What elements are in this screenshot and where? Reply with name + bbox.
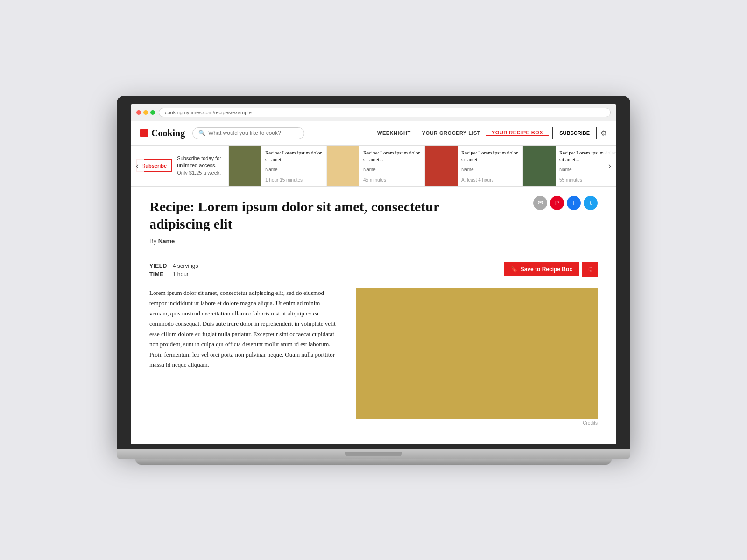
browser-dots	[136, 110, 155, 115]
carousel-item-author-2: Name	[363, 167, 421, 172]
search-icon: 🔍	[198, 130, 205, 137]
share-facebook-button[interactable]: f	[567, 196, 581, 210]
share-pinterest-button[interactable]: P	[550, 196, 564, 210]
byline-prefix: By	[149, 238, 156, 245]
bookmark-icon: 🔖	[511, 266, 518, 273]
carousel-item-image-2	[327, 146, 359, 186]
image-credits: Credits	[356, 420, 598, 426]
recipe-actions: 🔖 Save to Recipe Box 🖨	[504, 262, 598, 277]
save-button-label: Save to Recipe Box	[521, 266, 572, 273]
carousel-item-title-3: Recipe: Lorem ipsum dolor sit amet	[461, 149, 519, 163]
subscribe-promo: Subscribe Subscribe today for unlimited …	[131, 146, 229, 186]
promo-sub-text: Only $1.25 a week.	[177, 169, 223, 176]
carousel-item-author-3: Name	[461, 167, 519, 172]
logo[interactable]: Cooking	[140, 128, 185, 139]
yield-value: 4 servings	[173, 262, 204, 270]
promo-main-text: Subscribe today for unlimited access.	[177, 155, 223, 169]
recipe-carousel: ‹ Subscribe Subscribe today for unlimite…	[131, 146, 616, 187]
minimize-dot[interactable]	[143, 110, 148, 115]
nav-grocery-list[interactable]: YOUR GROCERY LIST	[416, 130, 486, 136]
carousel-item-image-1	[229, 146, 261, 186]
laptop-body: cooking.nytimes.com/recipes/example Cook…	[117, 96, 630, 449]
carousel-item-info-3: Recipe: Lorem ipsum dolor sit amet Name …	[458, 146, 522, 186]
carousel-item[interactable]: Recipe: Lorem ipsum dolor sit amet Name …	[425, 146, 523, 186]
carousel-item[interactable]: Recipe: Lorem ipsum dolor sit amet... Na…	[523, 146, 616, 186]
gear-icon[interactable]: ⚙	[600, 129, 607, 138]
promo-text: Subscribe today for unlimited access. On…	[177, 155, 223, 176]
main-nav: WEEKNIGHT YOUR GROCERY LIST YOUR RECIPE …	[372, 127, 607, 139]
carousel-item-author-1: Name	[265, 167, 323, 172]
carousel-next-button[interactable]: ›	[603, 146, 616, 186]
logo-box	[140, 129, 148, 137]
laptop-screen: cooking.nytimes.com/recipes/example Cook…	[131, 104, 616, 444]
search-bar[interactable]: 🔍	[192, 127, 304, 139]
carousel-item-time-3: At least 4 hours	[461, 177, 519, 182]
carousel-item-info-2: Recipe: Lorem ipsum dolor sit amet... Na…	[359, 146, 424, 186]
print-icon: 🖨	[586, 266, 593, 273]
close-dot[interactable]	[136, 110, 141, 115]
recipe-description: Lorem ipsum dolor sit amet, consectetur …	[149, 288, 338, 426]
time-label: TIME	[149, 270, 173, 279]
carousel-item[interactable]: Recipe: Lorem ipsum dolor sit amet... Na…	[327, 146, 425, 186]
carousel-item[interactable]: Recipe: Lorem ipsum dolor sit amet Name …	[229, 146, 327, 186]
recipe-image-area: Credits	[356, 288, 598, 426]
share-twitter-button[interactable]: t	[584, 196, 598, 210]
print-button[interactable]: 🖨	[582, 262, 598, 277]
nav-weeknight[interactable]: WEEKNIGHT	[372, 130, 416, 136]
laptop-feet	[135, 459, 612, 465]
carousel-item-image-3	[425, 146, 458, 186]
recipe-title: Recipe: Lorem ipsum dolor sit amet, cons…	[149, 198, 476, 233]
laptop-wrapper: cooking.nytimes.com/recipes/example Cook…	[117, 96, 630, 465]
search-input[interactable]	[208, 130, 298, 136]
yield-label: YIELD	[149, 262, 173, 270]
browser-chrome: cooking.nytimes.com/recipes/example	[131, 104, 616, 121]
laptop-notch	[345, 452, 402, 456]
carousel-item-image-4	[523, 146, 556, 186]
recipe-image	[356, 288, 598, 419]
carousel-prev-button[interactable]: ‹	[131, 146, 144, 186]
recipe-meta: YIELD 4 servings TIME 1 hour	[149, 262, 204, 279]
nav-recipe-box[interactable]: YOUR RECIPE BOX	[486, 130, 549, 136]
carousel-item-time-2: 45 minutes	[363, 177, 421, 182]
carousel-item-title-2: Recipe: Lorem ipsum dolor sit amet...	[363, 149, 421, 163]
share-email-button[interactable]: ✉	[533, 196, 547, 210]
recipe-author[interactable]: Name	[158, 238, 175, 245]
recipe-body: Lorem ipsum dolor sit amet, consectetur …	[149, 288, 598, 426]
maximize-dot[interactable]	[150, 110, 155, 115]
carousel-item-title-1: Recipe: Lorem ipsum dolor sit amet	[265, 149, 323, 163]
site-header: Cooking 🔍 WEEKNIGHT YOUR GROCERY LIST YO…	[131, 121, 616, 146]
recipe-divider	[149, 254, 598, 254]
carousel-items: Subscribe Subscribe today for unlimited …	[131, 146, 616, 186]
carousel-item-info-1: Recipe: Lorem ipsum dolor sit amet Name …	[261, 146, 326, 186]
carousel-item-time-1: 1 hour 15 minutes	[265, 177, 323, 182]
share-icons: ✉ P f t	[533, 196, 598, 210]
nav-subscribe-button[interactable]: SUBSCRIBE	[552, 127, 597, 139]
logo-text: Cooking	[151, 128, 185, 139]
recipe-meta-actions: YIELD 4 servings TIME 1 hour 🔖	[149, 262, 598, 279]
time-value: 1 hour	[173, 270, 204, 279]
laptop-base	[117, 449, 630, 459]
main-content: ✉ P f t Recipe: Lorem ipsum dolor sit am…	[131, 187, 616, 444]
url-bar[interactable]: cooking.nytimes.com/recipes/example	[159, 108, 611, 117]
recipe-byline: By Name	[149, 238, 598, 245]
save-to-recipe-box-button[interactable]: 🔖 Save to Recipe Box	[504, 262, 579, 276]
